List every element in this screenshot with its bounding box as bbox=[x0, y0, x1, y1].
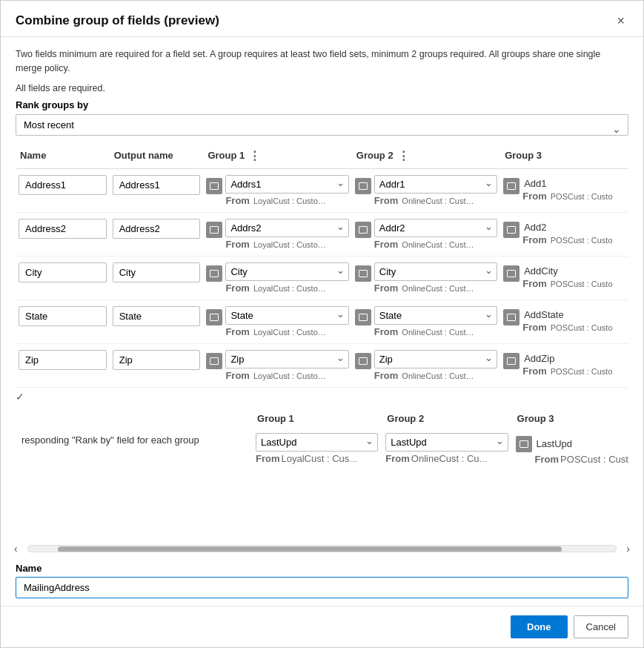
row-g3-cell: Add1 From POSCust : Custo bbox=[500, 168, 628, 212]
close-button[interactable]: × bbox=[613, 13, 628, 29]
row-g3-from: From POSCust : Custo bbox=[522, 191, 612, 202]
table-row: State From LoyalCust : CustomerD... Stat… bbox=[16, 300, 628, 343]
bottom-g1-select[interactable]: LastUpd bbox=[256, 433, 378, 452]
bottom-g2-select[interactable]: LastUpd bbox=[385, 433, 508, 452]
row-g1-icon bbox=[206, 178, 222, 194]
row-g1-icon bbox=[206, 265, 222, 282]
row-g1-select[interactable]: City bbox=[225, 262, 348, 281]
row-g2-select[interactable]: Addr1 bbox=[374, 175, 497, 194]
bottom-g3-value: LastUpd bbox=[535, 435, 572, 449]
row-g2-icon bbox=[355, 309, 371, 325]
rank-select-wrapper: Most recent bbox=[16, 114, 628, 146]
fields-table: Name Output name Group 1 ⋮ Group 2 ⋮ bbox=[16, 146, 628, 388]
row-g3-from: From POSCust : Custo bbox=[522, 234, 612, 245]
row-g3-value: AddCity bbox=[522, 262, 612, 277]
row-g1-cell: Zip From LoyalCust : CustomerD... bbox=[203, 343, 351, 387]
name-field-label: Name bbox=[16, 563, 628, 574]
row-output-cell bbox=[110, 212, 204, 256]
bottom-group1-header: Group 1 bbox=[253, 411, 381, 429]
row-g2-from: From OnlineCust : Customer... bbox=[374, 239, 478, 250]
dialog-title: Combine group of fields (preview) bbox=[16, 13, 219, 28]
row-g3-icon bbox=[503, 265, 519, 282]
col-header-group1: Group 1 ⋮ bbox=[203, 146, 351, 169]
bottom-group3-header: Group 3 bbox=[513, 411, 628, 429]
tick-area: ✓ bbox=[16, 388, 628, 410]
row-g2-from: From OnlineCust : Customer... bbox=[374, 370, 478, 381]
done-button[interactable]: Done bbox=[511, 615, 568, 638]
row-g1-icon bbox=[206, 309, 222, 325]
row-g2-icon bbox=[355, 353, 371, 369]
col-header-name: Name bbox=[16, 146, 110, 169]
row-g2-cell: City From OnlineCust : Customer... bbox=[352, 256, 500, 300]
row-g3-icon bbox=[503, 222, 519, 238]
row-output-input[interactable] bbox=[113, 350, 201, 370]
col-header-group2: Group 2 ⋮ bbox=[352, 146, 500, 169]
row-g1-cell: City From LoyalCust : CustomerD... bbox=[203, 256, 351, 300]
row-g1-from: From LoyalCust : CustomerD... bbox=[225, 326, 329, 337]
row-output-cell bbox=[110, 343, 204, 387]
row-name-cell bbox=[16, 212, 110, 256]
row-g2-from: From OnlineCust : Customer... bbox=[374, 326, 478, 337]
bottom-g1-from: FromLoyalCust : CustomerData bbox=[256, 453, 359, 464]
cancel-button[interactable]: Cancel bbox=[574, 615, 628, 638]
row-g1-from: From LoyalCust : CustomerD... bbox=[225, 370, 329, 381]
row-g2-select[interactable]: City bbox=[374, 262, 497, 281]
row-name-input[interactable] bbox=[19, 175, 107, 195]
bottom-g2-from: FromOnlineCust : CustomerData bbox=[385, 453, 489, 464]
row-name-input[interactable] bbox=[19, 262, 107, 282]
scroll-right-arrow[interactable]: › bbox=[626, 543, 630, 555]
required-text: All fields are required. bbox=[16, 83, 628, 93]
table-row: City From LoyalCust : CustomerD... City … bbox=[16, 256, 628, 300]
row-output-input[interactable] bbox=[113, 262, 201, 282]
row-name-cell bbox=[16, 168, 110, 212]
row-g3-value: Add1 bbox=[522, 175, 612, 189]
row-g2-icon bbox=[355, 265, 371, 282]
rank-field-desc: responding "Rank by" field for each grou… bbox=[17, 430, 251, 468]
row-g1-from: From LoyalCust : CustomerD... bbox=[225, 195, 329, 206]
row-g2-from: From OnlineCust : Customer... bbox=[374, 195, 478, 206]
scroll-left-arrow[interactable]: ‹ bbox=[14, 543, 18, 555]
bottom-rank-table: Group 1 Group 2 Group 3 responding "Rank… bbox=[16, 410, 628, 469]
name-input[interactable] bbox=[16, 577, 628, 598]
row-output-input[interactable] bbox=[113, 306, 201, 326]
group2-dots-icon[interactable]: ⋮ bbox=[398, 149, 409, 162]
row-g2-select[interactable]: State bbox=[374, 306, 497, 325]
row-g1-cell: Addrs1 From LoyalCust : CustomerD... bbox=[203, 168, 351, 212]
rank-select[interactable]: Most recent bbox=[16, 114, 628, 136]
row-g1-icon bbox=[206, 353, 222, 369]
row-g3-icon bbox=[503, 178, 519, 194]
table-row: Addrs1 From LoyalCust : CustomerD... Add… bbox=[16, 168, 628, 212]
row-g1-select[interactable]: State bbox=[225, 306, 348, 325]
row-g2-select[interactable]: Zip bbox=[374, 350, 497, 368]
dialog-footer: Done Cancel bbox=[1, 606, 643, 647]
row-name-cell bbox=[16, 256, 110, 300]
tick-icon: ✓ bbox=[16, 391, 24, 403]
row-output-input[interactable] bbox=[113, 219, 201, 239]
scrollbar[interactable] bbox=[27, 545, 617, 552]
row-g3-cell: AddCity From POSCust : Custo bbox=[500, 256, 628, 300]
row-g1-select[interactable]: Addrs1 bbox=[225, 175, 348, 194]
row-g3-icon bbox=[503, 309, 519, 325]
row-g3-from: From POSCust : Custo bbox=[522, 322, 612, 333]
row-g1-icon bbox=[206, 222, 222, 238]
row-output-input[interactable] bbox=[113, 175, 201, 195]
row-g3-cell: Add2 From POSCust : Custo bbox=[500, 212, 628, 256]
row-g2-cell: Addr1 From OnlineCust : Customer... bbox=[352, 168, 500, 212]
group1-dots-icon[interactable]: ⋮ bbox=[249, 149, 260, 162]
scrollbar-container: ‹ › bbox=[16, 540, 628, 557]
row-name-input[interactable] bbox=[19, 219, 107, 239]
bottom-g2-select-outer: LastUpd bbox=[385, 433, 508, 452]
row-g1-select[interactable]: Zip bbox=[225, 350, 348, 368]
row-name-input[interactable] bbox=[19, 306, 107, 326]
row-g3-cell: AddState From POSCust : Custo bbox=[500, 300, 628, 343]
col-header-group3: Group 3 bbox=[500, 146, 628, 169]
bottom-group2-header: Group 2 bbox=[382, 411, 511, 429]
row-g1-cell: Addrs2 From LoyalCust : CustomerD... bbox=[203, 212, 351, 256]
row-g3-from: From POSCust : Custo bbox=[522, 278, 612, 289]
dialog-body: Two fields minimum are required for a fi… bbox=[1, 37, 643, 603]
row-g2-select[interactable]: Addr2 bbox=[374, 219, 497, 237]
row-name-cell bbox=[16, 300, 110, 343]
row-g1-select[interactable]: Addrs2 bbox=[225, 219, 348, 237]
row-name-input[interactable] bbox=[19, 350, 107, 370]
row-g3-value: Add2 bbox=[522, 219, 612, 233]
